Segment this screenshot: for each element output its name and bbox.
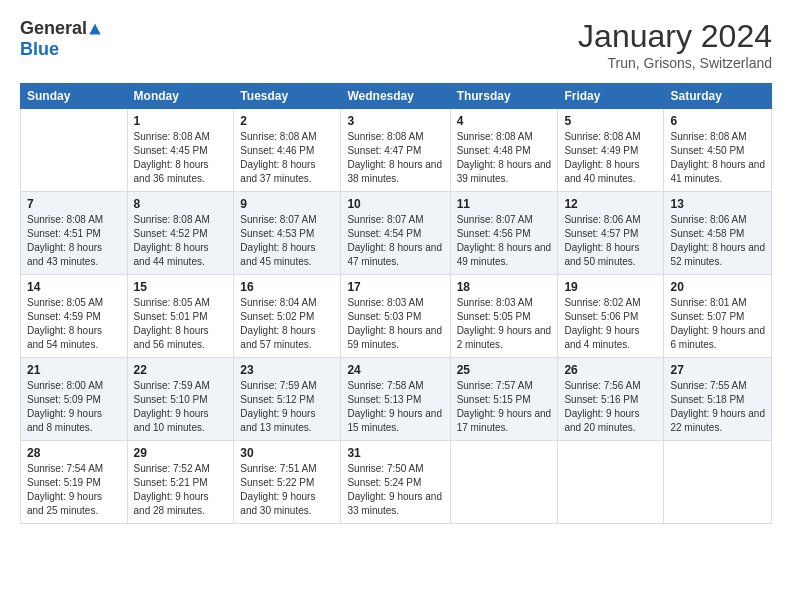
calendar-cell: 2Sunrise: 8:08 AMSunset: 4:46 PMDaylight… bbox=[234, 109, 341, 192]
calendar-cell bbox=[450, 441, 558, 524]
calendar-cell: 27Sunrise: 7:55 AMSunset: 5:18 PMDayligh… bbox=[664, 358, 772, 441]
calendar-cell: 5Sunrise: 8:08 AMSunset: 4:49 PMDaylight… bbox=[558, 109, 664, 192]
day-info: Sunrise: 8:04 AMSunset: 5:02 PMDaylight:… bbox=[240, 296, 334, 352]
day-header-sunday: Sunday bbox=[21, 84, 128, 109]
calendar-week-row: 14Sunrise: 8:05 AMSunset: 4:59 PMDayligh… bbox=[21, 275, 772, 358]
day-info: Sunrise: 8:05 AMSunset: 5:01 PMDaylight:… bbox=[134, 296, 228, 352]
day-info: Sunrise: 7:56 AMSunset: 5:16 PMDaylight:… bbox=[564, 379, 657, 435]
calendar-week-row: 1Sunrise: 8:08 AMSunset: 4:45 PMDaylight… bbox=[21, 109, 772, 192]
calendar-cell: 11Sunrise: 8:07 AMSunset: 4:56 PMDayligh… bbox=[450, 192, 558, 275]
day-number: 11 bbox=[457, 197, 552, 211]
day-info: Sunrise: 8:00 AMSunset: 5:09 PMDaylight:… bbox=[27, 379, 121, 435]
calendar-cell bbox=[21, 109, 128, 192]
logo-general-text: General bbox=[20, 18, 87, 39]
day-info: Sunrise: 7:52 AMSunset: 5:21 PMDaylight:… bbox=[134, 462, 228, 518]
day-info: Sunrise: 7:57 AMSunset: 5:15 PMDaylight:… bbox=[457, 379, 552, 435]
day-number: 7 bbox=[27, 197, 121, 211]
day-info: Sunrise: 7:58 AMSunset: 5:13 PMDaylight:… bbox=[347, 379, 443, 435]
calendar-week-row: 28Sunrise: 7:54 AMSunset: 5:19 PMDayligh… bbox=[21, 441, 772, 524]
day-info: Sunrise: 8:08 AMSunset: 4:48 PMDaylight:… bbox=[457, 130, 552, 186]
header: General Blue January 2024 Trun, Grisons,… bbox=[20, 18, 772, 71]
day-info: Sunrise: 8:07 AMSunset: 4:53 PMDaylight:… bbox=[240, 213, 334, 269]
day-number: 12 bbox=[564, 197, 657, 211]
calendar-cell: 19Sunrise: 8:02 AMSunset: 5:06 PMDayligh… bbox=[558, 275, 664, 358]
day-info: Sunrise: 8:08 AMSunset: 4:50 PMDaylight:… bbox=[670, 130, 765, 186]
day-header-wednesday: Wednesday bbox=[341, 84, 450, 109]
day-number: 17 bbox=[347, 280, 443, 294]
day-number: 31 bbox=[347, 446, 443, 460]
day-info: Sunrise: 8:03 AMSunset: 5:05 PMDaylight:… bbox=[457, 296, 552, 352]
calendar-cell: 22Sunrise: 7:59 AMSunset: 5:10 PMDayligh… bbox=[127, 358, 234, 441]
calendar-cell bbox=[664, 441, 772, 524]
day-info: Sunrise: 7:59 AMSunset: 5:10 PMDaylight:… bbox=[134, 379, 228, 435]
day-number: 27 bbox=[670, 363, 765, 377]
day-number: 15 bbox=[134, 280, 228, 294]
day-number: 16 bbox=[240, 280, 334, 294]
day-number: 22 bbox=[134, 363, 228, 377]
day-number: 29 bbox=[134, 446, 228, 460]
day-number: 30 bbox=[240, 446, 334, 460]
day-number: 5 bbox=[564, 114, 657, 128]
calendar-cell: 21Sunrise: 8:00 AMSunset: 5:09 PMDayligh… bbox=[21, 358, 128, 441]
day-info: Sunrise: 8:08 AMSunset: 4:52 PMDaylight:… bbox=[134, 213, 228, 269]
day-number: 20 bbox=[670, 280, 765, 294]
calendar-cell bbox=[558, 441, 664, 524]
day-number: 8 bbox=[134, 197, 228, 211]
day-info: Sunrise: 7:51 AMSunset: 5:22 PMDaylight:… bbox=[240, 462, 334, 518]
day-header-monday: Monday bbox=[127, 84, 234, 109]
calendar-cell: 13Sunrise: 8:06 AMSunset: 4:58 PMDayligh… bbox=[664, 192, 772, 275]
calendar-cell: 15Sunrise: 8:05 AMSunset: 5:01 PMDayligh… bbox=[127, 275, 234, 358]
day-header-friday: Friday bbox=[558, 84, 664, 109]
day-info: Sunrise: 8:06 AMSunset: 4:58 PMDaylight:… bbox=[670, 213, 765, 269]
day-number: 10 bbox=[347, 197, 443, 211]
day-info: Sunrise: 7:54 AMSunset: 5:19 PMDaylight:… bbox=[27, 462, 121, 518]
calendar-cell: 28Sunrise: 7:54 AMSunset: 5:19 PMDayligh… bbox=[21, 441, 128, 524]
calendar-cell: 12Sunrise: 8:06 AMSunset: 4:57 PMDayligh… bbox=[558, 192, 664, 275]
calendar-cell: 9Sunrise: 8:07 AMSunset: 4:53 PMDaylight… bbox=[234, 192, 341, 275]
calendar-cell: 24Sunrise: 7:58 AMSunset: 5:13 PMDayligh… bbox=[341, 358, 450, 441]
page: General Blue January 2024 Trun, Grisons,… bbox=[0, 0, 792, 534]
day-info: Sunrise: 8:03 AMSunset: 5:03 PMDaylight:… bbox=[347, 296, 443, 352]
day-info: Sunrise: 8:07 AMSunset: 4:54 PMDaylight:… bbox=[347, 213, 443, 269]
calendar-cell: 30Sunrise: 7:51 AMSunset: 5:22 PMDayligh… bbox=[234, 441, 341, 524]
calendar-cell: 6Sunrise: 8:08 AMSunset: 4:50 PMDaylight… bbox=[664, 109, 772, 192]
day-number: 2 bbox=[240, 114, 334, 128]
calendar-cell: 20Sunrise: 8:01 AMSunset: 5:07 PMDayligh… bbox=[664, 275, 772, 358]
day-info: Sunrise: 8:08 AMSunset: 4:45 PMDaylight:… bbox=[134, 130, 228, 186]
day-number: 13 bbox=[670, 197, 765, 211]
calendar-cell: 26Sunrise: 7:56 AMSunset: 5:16 PMDayligh… bbox=[558, 358, 664, 441]
day-number: 4 bbox=[457, 114, 552, 128]
calendar-week-row: 21Sunrise: 8:00 AMSunset: 5:09 PMDayligh… bbox=[21, 358, 772, 441]
calendar-cell: 16Sunrise: 8:04 AMSunset: 5:02 PMDayligh… bbox=[234, 275, 341, 358]
calendar-cell: 31Sunrise: 7:50 AMSunset: 5:24 PMDayligh… bbox=[341, 441, 450, 524]
day-number: 25 bbox=[457, 363, 552, 377]
calendar-table: SundayMondayTuesdayWednesdayThursdayFrid… bbox=[20, 83, 772, 524]
day-number: 26 bbox=[564, 363, 657, 377]
day-number: 18 bbox=[457, 280, 552, 294]
day-info: Sunrise: 8:08 AMSunset: 4:51 PMDaylight:… bbox=[27, 213, 121, 269]
logo: General Blue bbox=[20, 18, 102, 60]
day-header-thursday: Thursday bbox=[450, 84, 558, 109]
day-info: Sunrise: 8:06 AMSunset: 4:57 PMDaylight:… bbox=[564, 213, 657, 269]
day-number: 6 bbox=[670, 114, 765, 128]
month-title: January 2024 bbox=[578, 18, 772, 55]
day-info: Sunrise: 8:08 AMSunset: 4:47 PMDaylight:… bbox=[347, 130, 443, 186]
calendar-cell: 7Sunrise: 8:08 AMSunset: 4:51 PMDaylight… bbox=[21, 192, 128, 275]
day-info: Sunrise: 7:59 AMSunset: 5:12 PMDaylight:… bbox=[240, 379, 334, 435]
calendar-cell: 23Sunrise: 7:59 AMSunset: 5:12 PMDayligh… bbox=[234, 358, 341, 441]
logo-icon bbox=[88, 22, 102, 36]
calendar-cell: 14Sunrise: 8:05 AMSunset: 4:59 PMDayligh… bbox=[21, 275, 128, 358]
calendar-cell: 8Sunrise: 8:08 AMSunset: 4:52 PMDaylight… bbox=[127, 192, 234, 275]
day-info: Sunrise: 8:01 AMSunset: 5:07 PMDaylight:… bbox=[670, 296, 765, 352]
day-info: Sunrise: 8:08 AMSunset: 4:49 PMDaylight:… bbox=[564, 130, 657, 186]
calendar-week-row: 7Sunrise: 8:08 AMSunset: 4:51 PMDaylight… bbox=[21, 192, 772, 275]
calendar-cell: 4Sunrise: 8:08 AMSunset: 4:48 PMDaylight… bbox=[450, 109, 558, 192]
day-number: 28 bbox=[27, 446, 121, 460]
day-info: Sunrise: 7:50 AMSunset: 5:24 PMDaylight:… bbox=[347, 462, 443, 518]
calendar-cell: 17Sunrise: 8:03 AMSunset: 5:03 PMDayligh… bbox=[341, 275, 450, 358]
day-info: Sunrise: 8:08 AMSunset: 4:46 PMDaylight:… bbox=[240, 130, 334, 186]
calendar-cell: 1Sunrise: 8:08 AMSunset: 4:45 PMDaylight… bbox=[127, 109, 234, 192]
calendar-cell: 3Sunrise: 8:08 AMSunset: 4:47 PMDaylight… bbox=[341, 109, 450, 192]
calendar-cell: 10Sunrise: 8:07 AMSunset: 4:54 PMDayligh… bbox=[341, 192, 450, 275]
calendar-cell: 25Sunrise: 7:57 AMSunset: 5:15 PMDayligh… bbox=[450, 358, 558, 441]
